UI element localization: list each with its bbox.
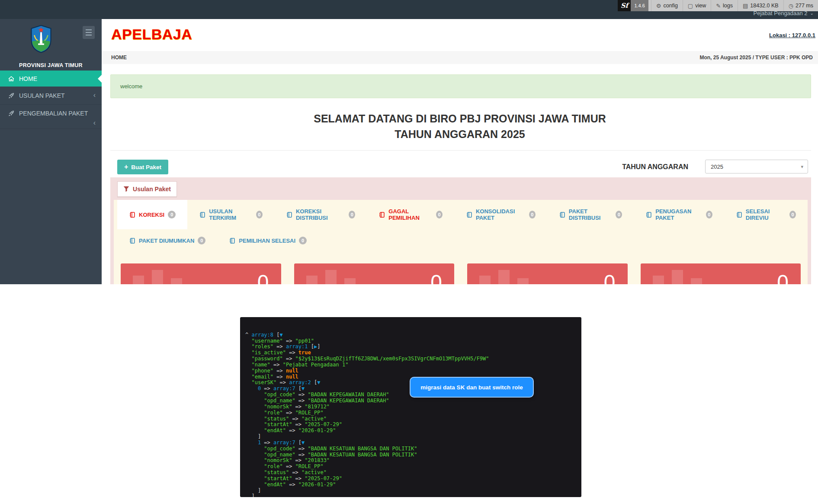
pencil-icon: ✎	[716, 3, 721, 9]
buat-paket-button[interactable]: + Buat Paket	[117, 160, 168, 174]
divider	[110, 150, 811, 151]
book-icon	[199, 212, 205, 218]
chevron-down-icon: ▾	[801, 164, 803, 170]
count-badge: 0	[256, 211, 263, 218]
bar-chart-watermark	[672, 270, 683, 284]
usulan-paket-filter-button[interactable]: Usulan Paket	[117, 181, 177, 197]
count-badge: 0	[198, 237, 205, 244]
sidebar-item-usulan-paket[interactable]: USULAN PAKET ‹	[0, 87, 102, 105]
user-menu[interactable]: Pejabat Pengadaan 2 ⌄	[754, 10, 814, 16]
toolbar-item-label: view	[695, 3, 706, 9]
book-icon	[229, 238, 235, 244]
tab[interactable]: GAGAL PEMILIHAN 0	[367, 200, 454, 229]
sidebar-item-pengembalian-paket[interactable]: PENGEMBALIAN PAKET ‹	[0, 105, 102, 129]
tabs-container: KOREKSI 0 USULAN TERKIRIM 0 KOREKSI DIST…	[114, 200, 808, 284]
top-navbar: Sf 1.4.6 ⚙ config ▢ view ✎ logs ▤ 18432.…	[0, 0, 818, 19]
count-badge: 0	[436, 211, 443, 218]
tab-label: USULAN TERKIRIM	[209, 208, 253, 221]
var-dump-output[interactable]: ^ array:8 [▼ "username" => "pp01" "roles…	[240, 317, 581, 497]
book-icon	[286, 212, 292, 218]
book-icon	[466, 212, 472, 218]
jawa-timur-crest-logo	[30, 24, 52, 55]
tab[interactable]: USULAN TERKIRIM 0	[187, 200, 274, 229]
user-name: Pejabat Pengadaan 2	[754, 10, 808, 16]
stat-card: 0	[294, 263, 455, 284]
bar-chart-watermark	[306, 276, 318, 284]
book-icon	[379, 212, 385, 218]
bar-chart-watermark	[344, 278, 356, 284]
stat-card-value: 0	[430, 270, 442, 284]
tab-label: KOREKSI DISTRIBUSI	[296, 208, 345, 221]
book-icon	[129, 238, 135, 244]
year-select[interactable]: 2025 ▾	[705, 160, 808, 173]
tab-row-2: PAKET DIUMUMKAN 0 PEMILIHAN SELESAI 0	[117, 229, 808, 252]
stat-card-value: 0	[777, 270, 789, 284]
tab-row-1: KOREKSI 0 USULAN TERKIRIM 0 KOREKSI DIST…	[117, 200, 808, 229]
sidebar-menu: HOME USULAN PAKET ‹ PENGEMBALIAN PAKET ‹	[0, 71, 102, 129]
province-name: PROVINSI JAWA TIMUR	[0, 62, 102, 68]
sidebar-item-label: USULAN PAKET	[19, 92, 65, 99]
memory-icon: ▤	[743, 3, 748, 9]
count-badge: 0	[299, 237, 307, 244]
breadcrumb: HOME Mon, 25 August 2025 / TYPE USER : P…	[102, 51, 818, 64]
tab[interactable]: PAKET DISTRIBUSI 0	[547, 200, 634, 229]
tahun-anggaran-label: TAHUN ANGGARAN	[622, 163, 688, 171]
rocket-icon	[8, 110, 15, 117]
count-badge: 0	[706, 211, 712, 218]
book-icon	[736, 212, 742, 218]
tab[interactable]: PAKET DIUMUMKAN 0	[117, 229, 217, 252]
tab-label: PEMILIHAN SELESAI	[239, 238, 295, 244]
tab-label: PAKET DIUMUMKAN	[139, 238, 194, 244]
tab[interactable]: KONSOLIDASI PAKET 0	[454, 200, 547, 229]
toolbar-item-logs[interactable]: ✎ logs	[711, 0, 738, 11]
plus-icon: +	[124, 163, 128, 171]
migrate-sk-label: migrasi data SK dan buat switch role	[420, 384, 523, 391]
bar-chart-watermark	[152, 270, 163, 284]
page-title: APELBAJA	[111, 26, 192, 43]
main-content: APELBAJA Lokasi : 127.0.0.1 HOME Mon, 25…	[102, 19, 818, 284]
book-icon	[129, 212, 135, 218]
stat-card: 0	[641, 263, 801, 284]
sidebar-item-label: PENGEMBALIAN PAKET	[19, 110, 88, 117]
sidebar-item-home[interactable]: HOME	[0, 71, 102, 87]
tab[interactable]: SELESAI DIREVIU 0	[724, 200, 808, 229]
toolbar-item-view[interactable]: ▢ view	[683, 0, 711, 11]
migrate-sk-button[interactable]: migrasi data SK dan buat switch role	[410, 377, 534, 398]
toolbar-item-label: 277 ms	[796, 3, 813, 9]
location-link[interactable]: Lokasi : 127.0.0.1	[769, 32, 815, 39]
bar-chart-watermark	[479, 276, 491, 284]
home-icon	[8, 75, 15, 82]
gear-icon: ⚙	[656, 3, 661, 9]
tab-label: GAGAL PEMILIHAN	[388, 208, 433, 221]
book-icon	[645, 212, 652, 218]
stat-card-value: 0	[257, 270, 269, 284]
filter-funnel-icon	[123, 186, 129, 192]
buat-paket-label: Buat Paket	[131, 164, 161, 170]
bar-chart-watermark	[653, 276, 664, 284]
bar-chart-watermark	[325, 270, 337, 284]
tab[interactable]: PEMILIHAN SELESAI 0	[217, 229, 318, 252]
bar-chart-watermark	[691, 278, 702, 284]
tab[interactable]: PENUGASAN PAKET 0	[634, 200, 724, 229]
sidebar-toggle-button[interactable]	[83, 26, 95, 39]
tab[interactable]: KOREKSI 0	[117, 200, 187, 229]
stat-card: 0	[121, 263, 281, 284]
chevron-left-icon: ‹	[93, 91, 96, 99]
toolbar-item-config[interactable]: ⚙ config	[651, 0, 683, 11]
bar-chart-watermark	[517, 278, 529, 284]
book-icon	[559, 212, 565, 218]
bar-chart-watermark	[133, 276, 144, 284]
tab-label: PENUGASAN PAKET	[655, 208, 703, 221]
toolbar-item-label: config	[664, 3, 678, 9]
tab[interactable]: KOREKSI DISTRIBUSI 0	[274, 200, 367, 229]
tab-label: SELESAI DIREVIU	[746, 208, 786, 221]
sidebar: PROVINSI JAWA TIMUR HOME USULAN PAKET ‹ …	[0, 19, 102, 284]
clock-icon: ◷	[789, 3, 793, 9]
tab-label: KONSOLIDASI PAKET	[476, 208, 526, 221]
welcome-alert-text: welcome	[120, 83, 142, 90]
breadcrumb-home[interactable]: HOME	[111, 55, 127, 61]
welcome-heading-line1: SELAMAT DATANG DI BIRO PBJ PROVINSI JAWA…	[102, 111, 818, 126]
count-badge: 0	[349, 211, 355, 218]
stat-cards: 0 0 0	[121, 263, 801, 284]
welcome-heading-line2: TAHUN ANGGARAN 2025	[102, 126, 818, 142]
